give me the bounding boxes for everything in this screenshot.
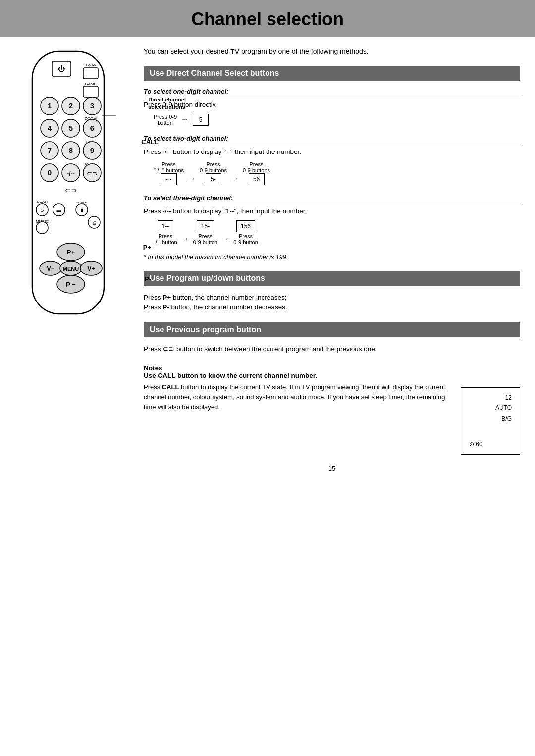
display-line5: ⊙ 60 [469, 439, 512, 450]
svg-text:MENU: MENU [63, 266, 79, 272]
notes-section: Notes Use CALL button to know the curren… [144, 364, 520, 455]
svg-text:V−: V− [47, 265, 54, 272]
two-digit-step2: Press 0-9 buttons 5- [200, 161, 227, 185]
three-digit-text: Press -/-- button to display "1--", then… [144, 206, 520, 216]
notes-title: Notes [144, 364, 520, 372]
svg-text:2: 2 [69, 101, 73, 110]
page-number: 15 [144, 465, 520, 472]
page-header: Channel selection [0, 0, 535, 37]
svg-text:⊂⊃: ⊂⊃ [87, 170, 98, 177]
call-label: CALL [141, 138, 159, 146]
program-updown-section: Use Program up/down buttons Press P+ but… [144, 271, 520, 313]
main-content: ⏻ TV/AV GAME 1 2 3 ZOO [0, 47, 535, 487]
remote-control-column: ⏻ TV/AV GAME 1 2 3 ZOO [15, 47, 129, 472]
intro-text: You can select your desired TV program b… [144, 47, 520, 57]
program-updown-text1: Press P+ button, the channel number incr… [144, 293, 520, 313]
page-title: Channel selection [0, 9, 535, 30]
notes-content: Press CALL button to display the current… [144, 382, 520, 455]
three-digit-step1: 1-- Press -/-- button [154, 220, 177, 245]
arrow-2b: → [231, 174, 239, 183]
display-line1: 12 [469, 393, 512, 403]
one-digit-step1: Press 0-9 button [154, 114, 177, 126]
direct-channel-header: Use Direct Channel Select buttons [144, 66, 520, 81]
pplus-label: P+ [143, 244, 151, 251]
three-digit-step2: 15- Press 0-9 button [193, 220, 218, 245]
svg-text:TV/AV: TV/AV [85, 63, 97, 67]
svg-text:8: 8 [69, 146, 73, 154]
two-digit-step3: Press 0-9 buttons 56 [243, 161, 270, 185]
previous-program-text: Press ⊂⊃ button to switch between the cu… [144, 344, 520, 354]
display-line2: AUTO [469, 403, 512, 414]
two-digit-step1: Press "-/--" buttons - - [154, 161, 184, 185]
svg-text:⏻: ⏻ [58, 65, 65, 73]
svg-rect-4 [83, 68, 98, 79]
two-digit-val1: - - [161, 173, 177, 185]
svg-text:▬: ▬ [57, 208, 61, 213]
svg-text:🖨: 🖨 [92, 220, 97, 225]
right-column: You can select your desired TV program b… [144, 47, 520, 472]
one-digit-text: Press 0-9 button directly. [144, 100, 520, 110]
svg-text:1: 1 [48, 101, 52, 110]
direct-channel-section: Use Direct Channel Select buttons To sel… [144, 66, 520, 261]
notes-subtitle: Use CALL button to know the current chan… [144, 372, 520, 379]
arrow-1: → [181, 115, 189, 124]
three-digit-title: To select three-digit channel: [144, 194, 520, 203]
svg-text:V+: V+ [87, 265, 95, 272]
two-digit-diagram: Press "-/--" buttons - - → Press 0-9 but… [154, 161, 520, 185]
svg-text:GAME: GAME [85, 82, 97, 86]
svg-text:⊂⊃: ⊂⊃ [65, 186, 77, 194]
three-digit-subsection: To select three-digit channel: Press -/-… [144, 194, 520, 245]
svg-rect-6 [83, 86, 98, 97]
svg-text:0: 0 [48, 168, 52, 177]
remote-svg: ⏻ TV/AV GAME 1 2 3 ZOO [17, 47, 131, 324]
pminus-label: P- [145, 275, 151, 283]
notes-text: Press CALL button to display the current… [144, 382, 451, 413]
svg-text:7: 7 [48, 146, 52, 154]
svg-text:⊙: ⊙ [40, 208, 44, 213]
three-digit-diagram: 1-- Press -/-- button → 15- Press 0-9 bu… [154, 220, 520, 245]
three-digit-val2: 15- [197, 220, 214, 232]
arrow-3a: → [181, 234, 189, 243]
three-digit-val3: 156 [236, 220, 255, 232]
svg-text:-/--: -/-- [67, 170, 74, 177]
svg-text:P+: P+ [67, 249, 75, 256]
two-digit-text: Press -/-- button to display "--" then i… [144, 147, 520, 157]
program-updown-header: Use Program up/down buttons [144, 271, 520, 286]
two-digit-title: To select two-digit channel: [144, 135, 520, 144]
svg-text:9: 9 [90, 146, 94, 154]
svg-text:4: 4 [48, 124, 52, 132]
previous-program-section: Use Previous program button Press ⊂⊃ but… [144, 322, 520, 354]
one-digit-title: To select one-digit channel: [144, 88, 520, 97]
direct-channel-label: Direct channel select buttons [148, 96, 186, 111]
remote-container: ⏻ TV/AV GAME 1 2 3 ZOO [17, 47, 126, 325]
one-digit-step2: 5 [193, 114, 209, 126]
svg-text:5: 5 [69, 124, 73, 132]
svg-text:6: 6 [90, 124, 94, 132]
three-digit-val1: 1-- [158, 220, 174, 232]
one-digit-diagram: Press 0-9 button → 5 [154, 114, 520, 126]
display-line4 [469, 428, 512, 439]
two-digit-val2: 5- [206, 173, 221, 185]
three-digit-step3: 156 Press 0-9 button [233, 220, 258, 245]
svg-text:P −: P − [66, 281, 76, 288]
one-digit-subsection: To select one-digit channel: Press 0-9 b… [144, 88, 520, 126]
svg-point-44 [36, 222, 48, 234]
svg-text:3: 3 [90, 101, 94, 110]
svg-text:⏸: ⏸ [80, 208, 84, 213]
display-line3: B/G [469, 414, 512, 425]
previous-program-header: Use Previous program button [144, 322, 520, 337]
svg-text:SCAN: SCAN [37, 200, 48, 204]
arrow-2a: → [188, 174, 196, 183]
arrow-3b: → [221, 234, 229, 243]
two-digit-val3: 56 [249, 173, 265, 185]
channel-footnote: * In this model the maximum channel numb… [144, 254, 520, 261]
call-display-box: 12 AUTO B/G ⊙ 60 [461, 387, 520, 455]
one-digit-result: 5 [193, 114, 209, 126]
two-digit-subsection: To select two-digit channel: Press -/-- … [144, 135, 520, 185]
